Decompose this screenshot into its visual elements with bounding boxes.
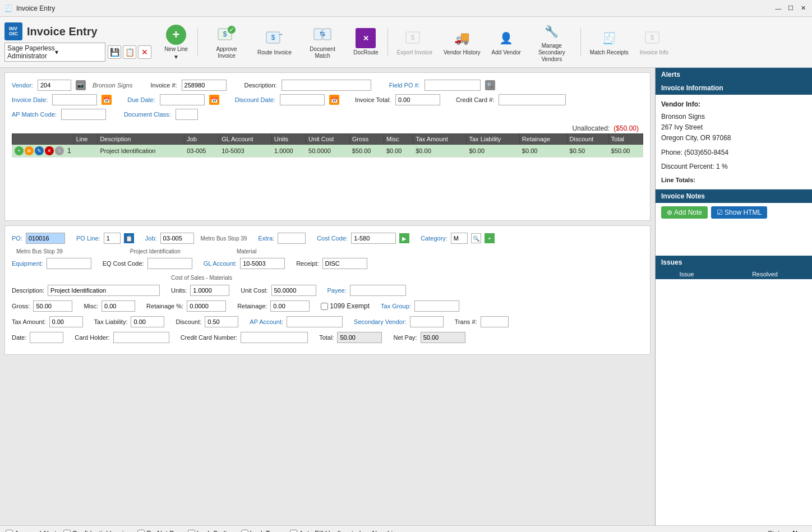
- tax-group-input[interactable]: [414, 300, 459, 312]
- po-input[interactable]: [26, 233, 65, 244]
- confidential-invoice-item[interactable]: Confidential Invoice: [63, 530, 131, 533]
- due-date-input[interactable]: [160, 94, 205, 105]
- net-pay-input[interactable]: [421, 332, 465, 343]
- ap-match-code-label[interactable]: AP Match Code:: [12, 111, 57, 118]
- row-edit-btn[interactable]: ✎: [35, 146, 44, 155]
- show-html-button[interactable]: ☑ Show HTML: [711, 206, 767, 219]
- retainage-input[interactable]: [270, 300, 310, 312]
- invoice-date-calendar[interactable]: 📅: [101, 95, 112, 105]
- field-po-input[interactable]: [425, 80, 481, 91]
- job-label[interactable]: Job:: [145, 235, 157, 242]
- discount-date-input[interactable]: [280, 94, 325, 105]
- due-date-calendar[interactable]: 📅: [209, 95, 219, 105]
- do-not-pay-item[interactable]: Do Not Pay: [137, 530, 181, 533]
- extra-label[interactable]: Extra:: [258, 235, 274, 242]
- approval-alert-checkbox[interactable]: [6, 530, 13, 532]
- close-button[interactable]: ✕: [799, 4, 808, 13]
- save-button[interactable]: 💾: [108, 45, 121, 59]
- tax-amount-input[interactable]: [49, 316, 83, 327]
- document-class-label[interactable]: Document Class:: [124, 111, 171, 118]
- invoice-info-button[interactable]: $ Invoice Info: [635, 26, 673, 58]
- vendor-label[interactable]: Vendor:: [12, 82, 33, 89]
- lock-coding-checkbox[interactable]: [188, 530, 195, 532]
- date-input[interactable]: [30, 332, 63, 343]
- cost-code-label[interactable]: Cost Code:: [317, 235, 348, 242]
- export-invoice-button[interactable]: $ Export Invoice: [393, 26, 437, 58]
- tax-liability-input[interactable]: [131, 316, 164, 327]
- exempt-checkbox[interactable]: [321, 303, 328, 310]
- row-copy-btn[interactable]: ⊕: [25, 146, 34, 155]
- auto-fill-item[interactable]: Auto Fill Unallocated on New Line: [290, 530, 400, 533]
- po-line-btn[interactable]: 📋: [124, 233, 134, 243]
- lock-coding-item[interactable]: Lock Coding: [188, 530, 234, 533]
- total-input[interactable]: [337, 332, 382, 343]
- vendor-input[interactable]: [38, 80, 71, 91]
- category-input[interactable]: [451, 233, 468, 244]
- lock-taxes-item[interactable]: Lock Taxes: [241, 530, 284, 533]
- retainage-pct-input[interactable]: [187, 300, 226, 312]
- eq-cost-code-input[interactable]: [147, 258, 192, 269]
- secondary-vendor-label[interactable]: Secondary Vendor:: [354, 318, 407, 325]
- route-invoice-button[interactable]: $ → Route Invoice: [253, 26, 296, 58]
- minimize-button[interactable]: —: [774, 4, 783, 13]
- po-line-label[interactable]: PO Line:: [76, 235, 100, 242]
- cost-code-btn[interactable]: ▶: [399, 233, 409, 243]
- confidential-invoice-checkbox[interactable]: [63, 530, 71, 532]
- credit-card-num-input[interactable]: [241, 332, 308, 343]
- discount-input[interactable]: [205, 316, 238, 327]
- card-holder-input[interactable]: [113, 332, 169, 343]
- field-po-btn[interactable]: 🔍: [485, 80, 495, 90]
- document-class-input[interactable]: [176, 109, 198, 120]
- gross-input[interactable]: [33, 300, 72, 312]
- vendor-history-button[interactable]: 🚚 Vendor History: [439, 26, 485, 58]
- misc-input[interactable]: [101, 300, 135, 312]
- discount-date-label[interactable]: Discount Date:: [235, 96, 275, 103]
- row-delete-btn[interactable]: ✕: [45, 146, 54, 155]
- unit-cost-input[interactable]: [271, 285, 316, 296]
- equipment-label[interactable]: Equipment:: [12, 260, 43, 267]
- row-add-btn[interactable]: +: [15, 146, 24, 155]
- manage-secondary-vendors-button[interactable]: 🔧 Manage Secondary Vendors: [528, 19, 576, 65]
- approve-invoice-button[interactable]: $ ✓ Approve Invoice: [202, 22, 251, 62]
- credit-card-input[interactable]: [499, 94, 566, 105]
- row-info-btn[interactable]: i: [55, 146, 64, 155]
- user-dropdown[interactable]: Sage Paperless Administrator ▾: [4, 43, 105, 62]
- lock-taxes-checkbox[interactable]: [241, 530, 248, 532]
- job-input[interactable]: [160, 233, 194, 244]
- payee-input[interactable]: [350, 285, 406, 296]
- cost-code-input[interactable]: [351, 233, 396, 244]
- po-line-input[interactable]: [104, 233, 121, 244]
- category-lookup-btn[interactable]: 🔍: [471, 233, 481, 243]
- maximize-button[interactable]: ☐: [786, 4, 795, 13]
- ap-account-input[interactable]: [287, 316, 343, 327]
- equipment-input[interactable]: [47, 258, 91, 269]
- tax-group-label[interactable]: Tax Group:: [381, 303, 411, 309]
- add-vendor-button[interactable]: 👤 Add Vendor: [487, 26, 525, 58]
- po-label[interactable]: PO:: [12, 235, 22, 242]
- table-row[interactable]: + ⊕ ✎ ✕ i 1 Project Identification 03-00…: [12, 145, 643, 158]
- payee-label[interactable]: Payee:: [327, 287, 347, 294]
- field-po-label[interactable]: Field PO #:: [389, 82, 420, 89]
- cancel-button[interactable]: ✕: [138, 45, 151, 59]
- secondary-vendor-input[interactable]: [410, 316, 444, 327]
- gl-account-input[interactable]: [240, 258, 285, 269]
- due-date-label[interactable]: Due Date:: [127, 96, 155, 103]
- invoice-total-input[interactable]: [395, 94, 440, 105]
- new-line-button[interactable]: + New Line ▼: [159, 22, 193, 62]
- copy-button[interactable]: 📋: [123, 45, 136, 59]
- category-add-btn[interactable]: +: [485, 233, 495, 243]
- discount-date-calendar[interactable]: 📅: [329, 95, 339, 105]
- description-input[interactable]: [282, 80, 371, 91]
- invoice-num-input[interactable]: [182, 80, 227, 91]
- category-label[interactable]: Category:: [421, 235, 447, 242]
- auto-fill-checkbox[interactable]: [290, 530, 297, 532]
- invoice-date-input[interactable]: [52, 94, 97, 105]
- add-note-button[interactable]: ⊕ Add Note: [661, 206, 708, 219]
- ap-match-code-input[interactable]: [61, 109, 106, 120]
- units-input[interactable]: [190, 285, 229, 296]
- docroute-button[interactable]: ✕ DocRoute: [349, 26, 382, 58]
- document-match-button[interactable]: ⇆ Document Match: [298, 22, 347, 62]
- extra-input[interactable]: [278, 233, 306, 244]
- receipt-input[interactable]: [322, 258, 367, 269]
- approval-alert-item[interactable]: Approval Alert: [6, 530, 57, 533]
